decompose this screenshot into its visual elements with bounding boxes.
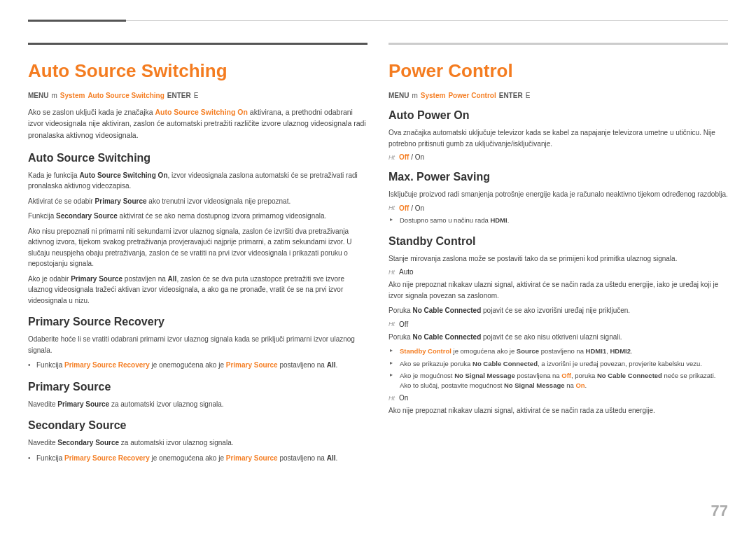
right-page-title: Power Control [388, 60, 728, 82]
standby-ht-off: Ht Off [388, 321, 728, 328]
standby-ht-auto: Ht Auto [388, 268, 728, 276]
page-number: 77 [711, 502, 728, 520]
max-power-ht: Ht Off / On [388, 204, 728, 212]
auto-power-ht: Ht Off / On [388, 153, 728, 161]
section-primary-source: Primary Source [28, 381, 368, 393]
section-primary-source-recovery: Primary Source Recovery [28, 316, 368, 328]
right-menu-arrow: Power Control [448, 92, 496, 99]
section-secondary-source: Secondary Source [28, 419, 368, 432]
right-section: Power Control MENU m System Power Contro… [388, 43, 728, 466]
left-page-title: Auto Source Switching [28, 60, 368, 82]
section-auto-source-switching: Auto Source Switching [28, 152, 368, 164]
left-menu-line: MENU m System Auto Source Switching ENTE… [28, 92, 368, 99]
section-max-power-saving: Max. Power Saving [388, 171, 728, 183]
sub-bullet-standby-hdmi: Standby Control je omogućena ako je Sour… [388, 346, 728, 356]
right-menu-system: System [421, 92, 446, 99]
left-menu-arrow: Auto Source Switching [88, 92, 164, 99]
sub-bullet-no-signal: Ako je mogućnost No Signal Message posta… [388, 371, 728, 391]
left-menu-word: MENU [28, 92, 48, 99]
right-menu-line: MENU m System Power Control ENTER E [388, 92, 728, 99]
sub-bullet-hdmi: Dostupno samo u načinu rada HDMI. [388, 216, 728, 225]
bullet-primary-recovery: Funkcija Primary Source Recovery je onem… [28, 360, 368, 371]
section-auto-power-on: Auto Power On [388, 109, 728, 122]
left-section: Auto Source Switching MENU m System Auto… [28, 43, 368, 466]
left-menu-system: System [60, 92, 85, 99]
bullet-secondary-source: Funkcija Primary Source Recovery je onem… [28, 453, 368, 464]
section-standby-control: Standby Control [388, 235, 728, 248]
sub-bullet-no-cable: Ako se prikazuje poruka No Cable Connect… [388, 359, 728, 369]
standby-ht-on: Ht On [388, 394, 728, 402]
left-intro: Ako se zaslon uključi kada je značajka A… [28, 106, 368, 141]
